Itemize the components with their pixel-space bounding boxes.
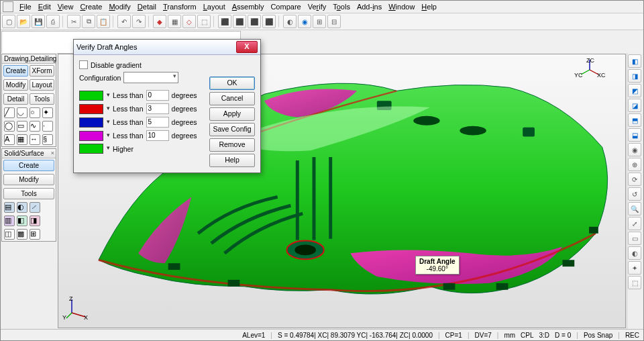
tab-solid-modify[interactable]: Modify [3,174,54,185]
tool-icon[interactable]: ⬛ [233,15,246,28]
arc-icon[interactable]: ◡ [17,107,28,118]
tab-xform[interactable]: XForm [30,65,54,77]
color-swatch-higher[interactable] [79,144,103,154]
view-icon[interactable]: 🔍 [628,202,641,215]
tab-modify[interactable]: Modify [3,79,28,91]
view-icon[interactable]: ⬒ [628,113,641,127]
hatch-icon[interactable]: ▦ [17,134,28,145]
view-icon[interactable]: ⊕ [628,158,641,171]
remove-button[interactable]: Remove [209,138,255,152]
view-icon[interactable]: ⬚ [628,276,641,289]
point-icon[interactable]: · [42,121,53,132]
menu-layout[interactable]: Layout [200,2,229,11]
redo-icon[interactable]: ↷ [132,15,146,28]
tool-icon[interactable]: ⊞ [313,15,326,28]
menu-view[interactable]: View [54,2,77,11]
symbol-icon[interactable]: § [42,134,53,145]
save-icon[interactable]: 💾 [32,15,45,28]
text-icon[interactable]: A [4,134,15,145]
threshold-input[interactable]: 3 [146,103,169,114]
tab-layout[interactable]: Layout [30,79,54,91]
tool-icon[interactable]: ◆ [153,15,166,28]
tool-icon[interactable]: ⬛ [248,15,261,28]
threshold-input[interactable]: 10 [146,130,169,141]
apply-button[interactable]: Apply [209,107,255,121]
threshold-input[interactable]: 5 [146,117,169,128]
view-icon[interactable]: ◐ [628,246,641,260]
color-swatch[interactable] [79,91,103,101]
dim-icon[interactable]: ↔ [30,134,40,145]
menu-verify[interactable]: Verify [305,2,330,11]
view-icon[interactable]: ◪ [628,99,641,112]
menu-transform[interactable]: Transform [160,2,200,11]
line-icon[interactable]: ╱ [4,107,15,118]
circle-icon[interactable]: ○ [30,107,40,118]
threshold-input[interactable]: 0 [146,90,169,101]
dialog-titlebar[interactable]: Verify Draft Angles X [74,40,260,55]
view-icon[interactable]: ⤢ [628,217,641,230]
view-icon[interactable]: ◩ [628,84,641,97]
tool-icon[interactable]: ⬛ [262,15,276,28]
cut-icon[interactable]: ✂ [67,15,80,28]
tab-create[interactable]: Create [3,65,28,77]
extrude-icon[interactable]: ▤ [4,202,15,213]
view-icon[interactable]: ◧ [628,54,641,68]
tool-icon[interactable]: ⬛ [218,15,231,28]
close-icon[interactable]: × [51,55,54,62]
disable-gradient-checkbox[interactable] [79,60,88,69]
menu-tools[interactable]: Tools [329,2,354,11]
loft-icon[interactable]: ▥ [4,215,15,226]
other-icon[interactable]: ⊞ [30,229,40,240]
menu-assembly[interactable]: Assembly [229,2,268,11]
surf-icon[interactable]: ◫ [4,229,15,240]
tool-icon[interactable]: ◇ [182,15,196,28]
copy-icon[interactable]: ⧉ [82,15,95,28]
help-button[interactable]: Help [209,154,255,167]
close-button[interactable]: X [236,41,258,53]
system-menu-icon[interactable] [3,1,13,12]
tool-icon[interactable]: ⊟ [327,15,341,28]
rect-icon[interactable]: ▭ [17,121,28,132]
menu-create[interactable]: Create [76,2,105,11]
view-icon[interactable]: ⟳ [628,173,641,186]
undo-icon[interactable]: ↶ [117,15,131,28]
save-config-button[interactable]: Save Config [209,123,255,136]
mesh-icon[interactable]: ▩ [17,229,28,240]
menu-modify[interactable]: Modify [105,2,133,11]
view-icon[interactable]: ◉ [628,143,641,156]
tab-detail[interactable]: Detail [3,93,28,105]
ok-button[interactable]: OK [209,77,255,90]
tab-tools[interactable]: Tools [30,93,54,105]
view-icon[interactable]: ⬓ [628,128,641,142]
view-icon[interactable]: ↺ [628,187,641,201]
prim-icon[interactable]: ◧ [17,215,28,226]
tool-icon[interactable]: ▦ [168,15,181,28]
color-swatch[interactable] [79,117,103,128]
menu-help[interactable]: Help [418,2,440,11]
bool-icon[interactable]: ◨ [30,215,40,226]
menu-detail[interactable]: Detail [134,2,160,11]
tab-solid-tools[interactable]: Tools [3,188,54,199]
tool-icon[interactable]: ◐ [283,15,297,28]
view-icon[interactable]: ✦ [628,261,641,275]
print-icon[interactable]: ⎙ [46,15,60,28]
tab-solid-create[interactable]: Create [3,160,54,171]
revolve-icon[interactable]: ◐ [17,202,28,213]
new-icon[interactable]: ▢ [2,15,15,28]
menu-file[interactable]: File [16,2,35,11]
tool-icon[interactable]: ◉ [298,15,311,28]
tool-icon[interactable]: ⬚ [197,15,211,28]
view-icon[interactable]: ◨ [628,69,641,83]
configuration-dropdown[interactable] [123,72,178,83]
view-icon[interactable]: ▭ [628,232,641,245]
close-icon[interactable]: × [51,150,54,156]
menu-compare[interactable]: Compare [267,2,304,11]
spline-icon[interactable]: ∿ [30,121,40,132]
menu-window[interactable]: Window [385,2,418,11]
menu-addins[interactable]: Add-ins [354,2,385,11]
star-icon[interactable]: ✦ [42,107,53,118]
cancel-button[interactable]: Cancel [209,92,255,105]
color-swatch[interactable] [79,131,103,141]
menu-edit[interactable]: Edit [35,2,54,11]
paste-icon[interactable]: 📋 [97,15,110,28]
